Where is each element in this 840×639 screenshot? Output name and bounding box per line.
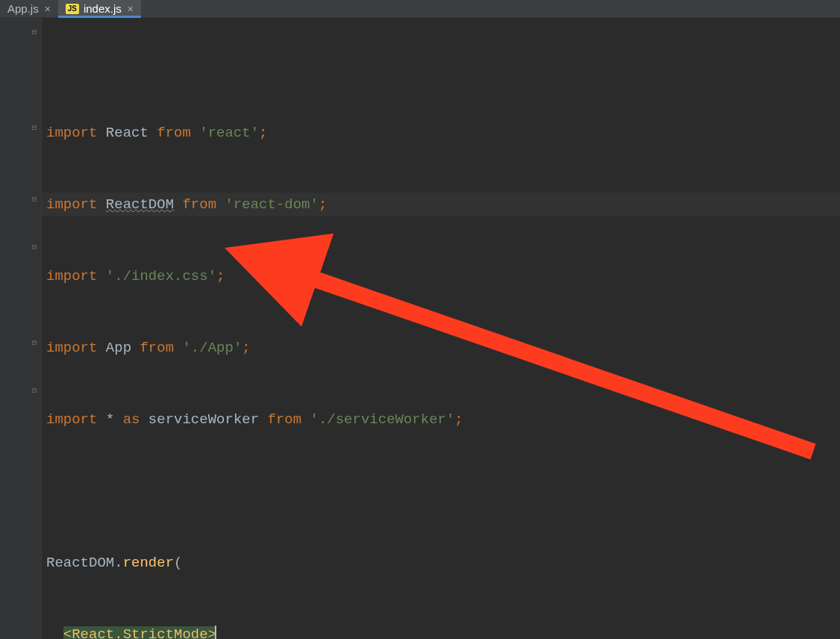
code-line: <React.StrictMode> bbox=[46, 623, 840, 639]
code-line: import './index.css'; bbox=[46, 264, 840, 288]
code-line: import App from './App'; bbox=[46, 336, 840, 360]
close-icon[interactable]: × bbox=[128, 3, 134, 15]
fold-icon[interactable]: ⊟ bbox=[30, 124, 39, 133]
code-line: import ReactDOM from 'react-dom'; bbox=[46, 193, 840, 216]
tab-index-js[interactable]: JS index.js × bbox=[58, 0, 141, 17]
fold-icon[interactable]: ⊟ bbox=[30, 196, 39, 205]
code-line: import * as serviceWorker from './servic… bbox=[46, 408, 840, 431]
gutter: ⊟ ⊟ ⊟ ⊟ ⊟ ⊟ bbox=[0, 18, 42, 639]
fold-icon[interactable]: ⊟ bbox=[30, 387, 39, 396]
editor-tabs: App.js × JS index.js × bbox=[0, 0, 840, 18]
fold-icon[interactable]: ⊟ bbox=[30, 339, 39, 348]
fold-icon[interactable]: ⊟ bbox=[30, 28, 39, 37]
code-area[interactable]: import React from 'react'; import ReactD… bbox=[42, 18, 840, 639]
js-file-icon: JS bbox=[66, 4, 79, 14]
code-editor[interactable]: ⊟ ⊟ ⊟ ⊟ ⊟ ⊟ import React from 'react'; i… bbox=[0, 18, 840, 639]
tab-label: App.js bbox=[7, 2, 39, 15]
text-cursor bbox=[215, 626, 216, 639]
fold-icon[interactable]: ⊟ bbox=[30, 243, 39, 252]
code-line bbox=[46, 479, 840, 503]
code-line: ReactDOM.render( bbox=[46, 551, 840, 575]
close-icon[interactable]: × bbox=[45, 3, 51, 15]
tab-app-js[interactable]: App.js × bbox=[0, 0, 58, 17]
tab-label: index.js bbox=[84, 2, 122, 15]
code-line: import React from 'react'; bbox=[46, 121, 840, 145]
